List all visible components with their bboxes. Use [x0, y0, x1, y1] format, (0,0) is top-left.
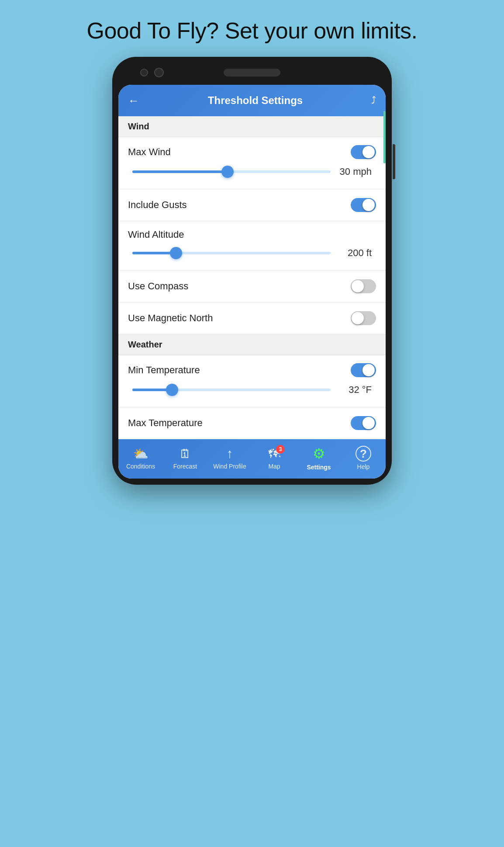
wind-altitude-thumb[interactable]: [170, 247, 182, 259]
include-gusts-toggle-knob: [362, 199, 375, 211]
setting-row-max-wind: Max Wind 30 mph: [118, 137, 386, 189]
max-wind-label: Max Wind: [128, 146, 171, 158]
min-temp-toggle-knob: [362, 364, 375, 376]
setting-row-include-gusts: Include Gusts: [118, 189, 386, 221]
headline: Good To Fly? Set your own limits.: [86, 17, 417, 44]
camera-right: [154, 68, 164, 77]
nav-item-forecast[interactable]: 🗓 Forecast: [163, 447, 207, 470]
max-temp-toggle-knob: [362, 417, 375, 429]
section-header-wind: Wind: [118, 116, 386, 137]
max-wind-fill: [132, 170, 228, 173]
phone-screen: ← Threshold Settings ⤴ Wind Max Wind 30 …: [118, 85, 386, 479]
max-wind-value: 30 mph: [337, 166, 372, 177]
map-label: Map: [268, 463, 280, 470]
max-wind-toggle-knob: [362, 146, 375, 158]
conditions-label: Conditions: [126, 463, 155, 470]
app-header: ← Threshold Settings ⤴: [118, 85, 386, 116]
use-compass-toggle-knob: [352, 280, 364, 292]
min-temp-toggle[interactable]: [351, 363, 376, 377]
camera-left: [140, 69, 148, 76]
phone-speaker: [224, 69, 280, 76]
use-compass-label: Use Compass: [128, 281, 188, 292]
nav-item-wind-profile[interactable]: ↑ Wind Profile: [207, 446, 252, 470]
setting-row-use-compass: Use Compass: [118, 271, 386, 302]
back-button[interactable]: ←: [128, 94, 139, 108]
forecast-icon: 🗓: [179, 447, 191, 461]
max-wind-slider-row: 30 mph: [128, 163, 376, 184]
wind-altitude-value: 200 ft: [337, 247, 372, 259]
map-badge: 3: [276, 445, 285, 454]
min-temp-track[interactable]: [132, 389, 331, 391]
phone-side-button: [393, 144, 395, 179]
phone-shell: ← Threshold Settings ⤴ Wind Max Wind 30 …: [112, 57, 392, 485]
wind-profile-label: Wind Profile: [213, 463, 246, 470]
conditions-icon: ⛅: [133, 447, 148, 461]
use-compass-toggle[interactable]: [351, 279, 376, 293]
max-wind-thumb[interactable]: [221, 166, 234, 178]
share-button[interactable]: ⤴: [371, 95, 376, 106]
wind-altitude-label: Wind Altitude: [128, 229, 184, 240]
help-label: Help: [357, 463, 370, 470]
min-temp-slider-row: 32 °F: [128, 381, 376, 403]
wind-altitude-track[interactable]: [132, 252, 331, 254]
max-temp-label: Max Temperature: [128, 417, 203, 429]
use-magnetic-north-toggle[interactable]: [351, 311, 376, 325]
nav-item-map[interactable]: 🗺 3 Map: [252, 447, 297, 470]
max-wind-track[interactable]: [132, 170, 331, 173]
setting-row-wind-altitude: Wind Altitude 200 ft: [118, 221, 386, 271]
use-magnetic-north-toggle-knob: [352, 312, 364, 324]
phone-top-bar: [118, 65, 386, 80]
use-magnetic-north-label: Use Magnetic North: [128, 312, 213, 324]
setting-row-min-temp: Min Temperature 32 °F: [118, 355, 386, 407]
max-temp-toggle[interactable]: [351, 416, 376, 430]
section-header-weather: Weather: [118, 334, 386, 355]
max-wind-toggle[interactable]: [351, 145, 376, 159]
min-temp-value: 32 °F: [337, 384, 372, 396]
min-temp-thumb[interactable]: [166, 384, 178, 396]
wind-altitude-slider-row: 200 ft: [128, 244, 376, 266]
forecast-label: Forecast: [173, 463, 197, 470]
nav-item-settings[interactable]: ⚙ Settings: [297, 445, 341, 471]
settings-icon: ⚙: [313, 445, 325, 462]
settings-label: Settings: [307, 464, 331, 471]
help-icon: ?: [356, 446, 371, 462]
nav-item-help[interactable]: ? Help: [341, 446, 386, 470]
include-gusts-label: Include Gusts: [128, 199, 187, 211]
page-title: Threshold Settings: [208, 94, 303, 107]
wind-profile-icon: ↑: [227, 446, 233, 461]
bottom-nav: ⛅ Conditions 🗓 Forecast ↑ Wind Profile 🗺…: [118, 439, 386, 479]
scrollbar[interactable]: [383, 111, 386, 163]
min-temp-label: Min Temperature: [128, 364, 200, 376]
nav-item-conditions[interactable]: ⛅ Conditions: [118, 447, 163, 470]
include-gusts-toggle[interactable]: [351, 198, 376, 212]
setting-row-max-temp: Max Temperature: [118, 407, 386, 439]
setting-row-use-magnetic-north: Use Magnetic North: [118, 302, 386, 334]
map-icon-wrapper: 🗺 3: [268, 447, 280, 461]
